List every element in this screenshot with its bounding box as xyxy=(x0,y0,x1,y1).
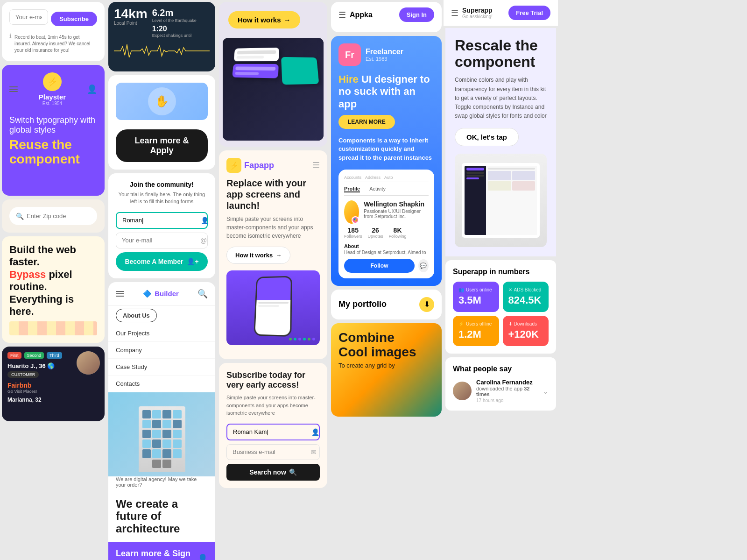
portfolio-card[interactable]: My portfolio ⬇ xyxy=(331,290,442,319)
arrow-icon: → xyxy=(284,16,291,24)
fapapp-mockup xyxy=(226,270,320,345)
tab-activity[interactable]: Activity xyxy=(369,186,386,192)
user-icon[interactable]: 👤 xyxy=(87,84,97,94)
stat-downloads: ⬇ Downloads +120K xyxy=(503,316,549,346)
fapapp-arrow-icon: → xyxy=(275,252,282,259)
tab-address[interactable]: Address xyxy=(365,175,381,180)
subscribe2-email-field: ✉ xyxy=(226,444,320,460)
subscribe2-card: Subscribe today for very early access! S… xyxy=(219,363,327,488)
testimonial-expand-icon[interactable]: ⌄ xyxy=(543,387,549,396)
seismic-card: 14km Local Point 6.2m Level of the Earth… xyxy=(108,2,215,71)
info-icon: ℹ xyxy=(9,33,12,39)
howitworks-mockup xyxy=(223,38,324,141)
fapapp-menu-icon[interactable]: ☰ xyxy=(312,160,320,170)
combine-title: Combine Cool images xyxy=(338,331,434,360)
howitworks-card: How it works → xyxy=(219,2,327,147)
numbers-card: Superapp in numbers 👥 Users online 3.5M … xyxy=(445,260,556,354)
community-name-input[interactable] xyxy=(122,217,201,224)
ok-tap-button[interactable]: OK, let's tap xyxy=(455,128,519,146)
person-card: First Second Third Huarito J., 36 🌎 CUST… xyxy=(2,347,105,421)
column-2: 14km Local Point 6.2m Level of the Earth… xyxy=(106,0,217,560)
email-input[interactable] xyxy=(9,9,48,25)
subscribe2-name-input[interactable] xyxy=(233,428,311,435)
profile-main-tabs: Profile Activity xyxy=(344,186,429,196)
seismic-wave-chart xyxy=(114,42,210,60)
message-icon[interactable]: 💬 xyxy=(418,259,429,272)
fapapp-howitworks-button[interactable]: How it works → xyxy=(226,247,290,264)
laptop-screen xyxy=(462,163,540,238)
community-email-input[interactable] xyxy=(122,237,200,244)
testimonial-time: 17 hours ago xyxy=(476,398,538,403)
subscribe2-email-input[interactable] xyxy=(233,448,311,455)
freelancer-desc: Components is a way to inherit customiza… xyxy=(338,136,434,162)
playster-est: Est. 1954 xyxy=(42,101,62,106)
tab-accounts[interactable]: Accounts xyxy=(344,175,361,180)
tab-auto[interactable]: Auto xyxy=(384,175,393,180)
nav-about[interactable]: About Us xyxy=(116,309,157,322)
testimonial-avatar xyxy=(453,382,472,400)
builder-nav: About Us Our Projects Company Case Study… xyxy=(108,306,215,392)
profile-about-text: Head of Design at Setproduct, Aimed to xyxy=(344,250,429,255)
nav-case-study[interactable]: Case Study xyxy=(108,359,215,376)
bypass-text: Bypass xyxy=(9,269,46,280)
builder-cta-bar[interactable]: Learn more & Sign in 👤 xyxy=(108,542,215,560)
column-6: ☰ Superapp Go asskicking! Free Trial Res… xyxy=(444,0,558,560)
person-name: Huarito J., 36 🌎 xyxy=(7,362,62,369)
subscribe-button[interactable]: Subscribe xyxy=(51,12,97,26)
apply-thumb: ✋ xyxy=(148,87,176,115)
numbers-title: Superapp in numbers xyxy=(453,268,549,276)
superapp-name: Superapp xyxy=(462,7,493,14)
laptop-content xyxy=(462,163,540,238)
search-now-button[interactable]: Search now 🔍 xyxy=(226,464,320,481)
appka-header-card: ☰ Appka Sign In xyxy=(331,2,442,32)
builder-tagline: We create a future of architecture xyxy=(108,490,215,542)
stat-ads-blocked: ✕ ADS Blocked 824.5K xyxy=(503,282,549,312)
subscribe2-name-field: 👤 xyxy=(226,424,320,440)
freelancer-icon: Fr xyxy=(338,43,361,66)
rescale-mockup xyxy=(455,154,547,247)
person-tag: CUSTOMER xyxy=(7,371,39,378)
rescale-card: Rescale the component Combine colors and… xyxy=(445,28,556,256)
menu-icon[interactable] xyxy=(9,86,18,92)
freelancer-title: Hire UI designer to no suck with an app xyxy=(338,73,434,110)
testimonial-title: What people say xyxy=(453,365,549,373)
column-3: How it works → xyxy=(217,0,329,560)
playster-icon: ⚡ xyxy=(43,72,62,91)
appka-menu-icon[interactable]: ☰ xyxy=(338,10,346,20)
zip-input[interactable] xyxy=(27,213,105,220)
become-member-button[interactable]: Become A Member 👤+ xyxy=(116,252,208,271)
tab-profile[interactable]: Profile xyxy=(344,186,360,192)
seismic-label4: Expect shakings until xyxy=(152,33,210,38)
fapapp-title: Replace with your app screens and launch… xyxy=(226,177,320,211)
email-input-icon: @ xyxy=(200,237,207,244)
signin-button[interactable]: Sign In xyxy=(399,7,434,22)
free-trial-button[interactable]: Free Trial xyxy=(508,6,550,20)
nav-contacts[interactable]: Contacts xyxy=(108,376,215,392)
apply-button[interactable]: Learn more & Apply xyxy=(116,129,208,162)
learn-more-button[interactable]: LEARN MORE xyxy=(338,115,395,129)
fapapp-header: ⚡ Fapapp ☰ xyxy=(226,158,320,173)
builder-search-icon[interactable]: 🔍 xyxy=(197,289,208,299)
superapp-tagline: Go asskicking! xyxy=(462,14,493,19)
follow-button[interactable]: Follow xyxy=(344,259,415,273)
users-online-value: 3.5M xyxy=(458,294,493,306)
superapp-menu-icon[interactable]: ☰ xyxy=(451,8,458,18)
subscribe2-desc: Simple paste your screens into master-co… xyxy=(226,394,320,417)
builder-menu-icon[interactable] xyxy=(116,291,124,297)
howitworks-button[interactable]: How it works → xyxy=(228,11,300,28)
fapapp-name: Fapapp xyxy=(244,161,274,170)
tag-red: First xyxy=(7,352,21,359)
stat-following: 8K Following xyxy=(389,227,407,239)
user-input-icon: 👤 xyxy=(201,217,209,224)
nav-company[interactable]: Company xyxy=(108,342,215,359)
person-avatar xyxy=(77,351,100,375)
apply-card: ✋ Learn more & Apply xyxy=(108,75,215,170)
nav-projects[interactable]: Our Projects xyxy=(108,325,215,342)
profile-about-label: About xyxy=(344,243,429,249)
profile-title-text: Passionate UX/UI Designer from Setproduc… xyxy=(364,209,429,219)
users-online-icon: 👥 xyxy=(458,287,464,292)
stat-upvotes: 26 Upvotes xyxy=(368,227,383,239)
fapapp-card: ⚡ Fapapp ☰ Replace with your app screens… xyxy=(219,150,327,359)
search-icon: 🔍 xyxy=(16,213,24,220)
playster-title1: Switch typography with global styles xyxy=(9,115,97,135)
